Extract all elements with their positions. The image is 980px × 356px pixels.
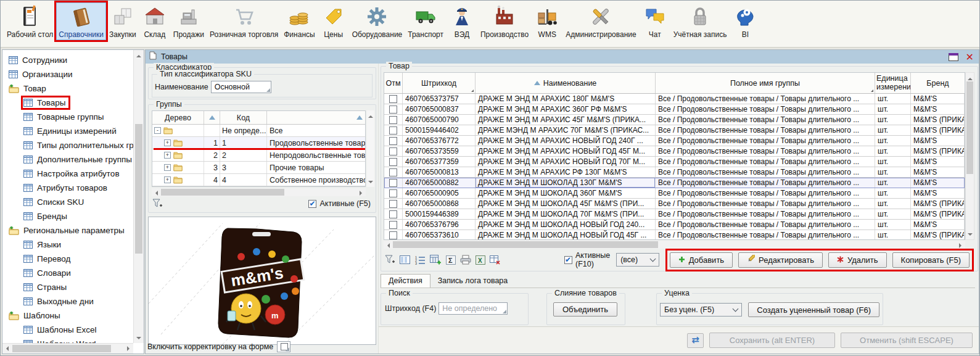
toolbar-item-equipment[interactable]: Оборудование bbox=[350, 2, 405, 40]
products-horizontal-scrollbar[interactable] bbox=[384, 241, 965, 249]
sidebar-item[interactable]: Товарные группы bbox=[6, 110, 133, 124]
row-checkbox[interactable] bbox=[389, 189, 397, 197]
active-f10-checkbox[interactable] bbox=[564, 256, 572, 264]
toolbar-item-purchases[interactable]: Закупки bbox=[107, 2, 139, 40]
groups-vertical-scrollbar[interactable] bbox=[367, 110, 374, 187]
table-row[interactable]: 4607065000905 ДРАЖЕ М ЭНД М ШОКОЛАД 360Г… bbox=[384, 188, 965, 199]
tab-actions[interactable]: Действия bbox=[381, 274, 430, 288]
sidebar-item[interactable]: Шаблоны Excel bbox=[6, 323, 133, 337]
create-markdown-product-button[interactable]: Создать уцененный товар (F6) bbox=[748, 302, 879, 317]
close-icon[interactable]: ✕ bbox=[966, 53, 974, 61]
filter-icon[interactable] bbox=[385, 255, 395, 265]
add-calculation-icon[interactable] bbox=[430, 255, 442, 265]
row-checkbox[interactable] bbox=[389, 231, 397, 239]
toolbar-item-customs[interactable]: ВЭД bbox=[447, 2, 477, 40]
scrollbar-thumb[interactable] bbox=[161, 189, 284, 196]
sidebar-item[interactable]: Сотрудники bbox=[6, 53, 133, 67]
sum-icon[interactable]: Σ bbox=[446, 255, 456, 265]
scroll-left-arrow[interactable] bbox=[153, 191, 158, 196]
column-header-name[interactable]: Наименование bbox=[476, 73, 656, 93]
table-row[interactable]: 4607065000790 ДРАЖЕ М ЭНД М АРАХИС 45Г M… bbox=[384, 115, 965, 125]
document-tab-title[interactable]: Товары bbox=[161, 52, 187, 61]
scroll-up-arrow[interactable] bbox=[136, 52, 141, 57]
filter-icon[interactable] bbox=[152, 199, 163, 209]
row-checkbox[interactable] bbox=[389, 95, 397, 103]
table-row[interactable]: 4607065000813 ДРАЖЕ М ЭНД М АРАХИС РФ 13… bbox=[384, 167, 965, 178]
table-row[interactable]: 5000159446402 ДРАЖЕ МЭНД М АРАХИС 70Г M&… bbox=[384, 125, 965, 136]
row-checkbox[interactable] bbox=[389, 221, 397, 229]
row-checkbox[interactable] bbox=[389, 158, 397, 166]
row-checkbox[interactable] bbox=[389, 168, 397, 176]
reset-table-icon[interactable] bbox=[490, 255, 501, 265]
sidebar-vertical-scrollbar[interactable] bbox=[133, 50, 144, 343]
column-header-barcode[interactable]: Штрихкод bbox=[403, 73, 476, 93]
toolbar-item-prices[interactable]: Цены bbox=[318, 2, 349, 40]
row-checkbox[interactable] bbox=[389, 137, 397, 145]
numbered-list-icon[interactable]: 123 bbox=[415, 255, 426, 265]
sidebar-item[interactable]: Списки SKU bbox=[6, 195, 133, 209]
row-checkbox[interactable] bbox=[389, 106, 397, 114]
table-row[interactable]: 5000159446389 ДРАЖЕ М ЭНД М ШОКОЛАД 70Г … bbox=[384, 209, 965, 220]
toolbar-item-chat[interactable]: Чат bbox=[640, 2, 670, 40]
group-row[interactable]: + 1 1 Продовольственные товары bbox=[152, 137, 365, 149]
toolbar-item-retail[interactable]: Розничная торговля bbox=[207, 2, 281, 40]
toolbar-item-production[interactable]: Производство bbox=[478, 2, 531, 40]
sidebar-item[interactable]: Организации bbox=[6, 67, 133, 81]
table-row[interactable]: 4607065376796 ДРАЖЕ М ЭНД М ШОКОЛАД НОВЫ… bbox=[384, 220, 965, 230]
scroll-down-arrow[interactable] bbox=[968, 233, 973, 238]
column-header-code[interactable]: Код bbox=[220, 111, 267, 124]
group-row[interactable]: + 3 3 Прочие товары bbox=[152, 162, 365, 174]
tree-expander-icon[interactable]: + bbox=[164, 176, 171, 183]
groups-horizontal-scrollbar[interactable] bbox=[152, 188, 366, 196]
sidebar-horizontal-scrollbar[interactable] bbox=[2, 343, 133, 354]
active-f5-checkbox[interactable] bbox=[308, 200, 316, 208]
sidebar-item[interactable]: Типы дополнительных груп bbox=[6, 138, 133, 152]
tree-expander-icon[interactable]: + bbox=[164, 164, 171, 171]
table-row[interactable]: 4607065373757 ДРАЖЕ М ЭНД М АРАХИС 180Г … bbox=[384, 94, 965, 104]
scroll-down-arrow[interactable] bbox=[368, 181, 373, 186]
row-checkbox[interactable] bbox=[389, 147, 397, 155]
sidebar-item[interactable]: Товары bbox=[6, 96, 133, 110]
scroll-up-arrow[interactable] bbox=[968, 75, 973, 80]
scroll-right-arrow[interactable] bbox=[127, 346, 132, 351]
sidebar-item[interactable]: Единицы измерений bbox=[6, 124, 133, 138]
toolbar-item-finance[interactable]: Финансы bbox=[281, 2, 317, 40]
tree-expander-icon[interactable]: + bbox=[164, 152, 171, 159]
sidebar-item[interactable]: Перевод bbox=[6, 252, 133, 266]
scrollbar-thumb[interactable] bbox=[966, 81, 973, 174]
column-chooser-icon[interactable] bbox=[400, 255, 411, 265]
barcode-search-input[interactable]: Не определено bbox=[439, 302, 508, 315]
print-icon[interactable] bbox=[460, 255, 471, 265]
table-row[interactable]: 4607065000837 ДРАЖЕ М ЭНД М АРАХИС 360Г … bbox=[384, 104, 965, 115]
save-button[interactable]: Сохранить (alt ENTER) bbox=[709, 333, 835, 348]
toolbar-item-transport[interactable]: Транспорт bbox=[405, 2, 446, 40]
sidebar-item[interactable]: Шаблоны bbox=[6, 308, 133, 323]
toolbar-item-administration[interactable]: Администрирование bbox=[563, 2, 638, 40]
row-checkbox[interactable] bbox=[389, 200, 397, 208]
column-header-full-group[interactable]: Полное имя группы bbox=[656, 73, 875, 93]
scrollbar-thumb[interactable] bbox=[12, 345, 111, 352]
toolbar-item-account[interactable]: Учётная запись bbox=[671, 2, 730, 40]
excel-export-icon[interactable]: X bbox=[476, 255, 485, 265]
table-row[interactable]: 4607065000882 ДРАЖЕ М ЭНД М ШОКОЛАД 130Г… bbox=[384, 178, 965, 188]
column-header-brand[interactable]: Бренд bbox=[911, 73, 965, 93]
sidebar-item[interactable]: Языки bbox=[6, 238, 133, 252]
toolbar-item-references[interactable]: Справочники bbox=[56, 2, 106, 40]
markdown-dropdown[interactable]: Без уцен. (F5) bbox=[660, 303, 742, 317]
sync-button[interactable]: ⇄ bbox=[687, 333, 704, 348]
toolbar-item-desktop[interactable]: Рабочий стол bbox=[4, 2, 56, 40]
column-header-mark[interactable]: Отм bbox=[384, 73, 403, 93]
add-button[interactable]: Добавить bbox=[670, 252, 733, 268]
sidebar-item[interactable]: Страны bbox=[6, 280, 133, 294]
group-row[interactable]: + 2 2 Непродовольственные товар bbox=[152, 149, 365, 162]
classifier-name-combo[interactable]: Основной bbox=[211, 81, 271, 93]
scroll-down-arrow[interactable] bbox=[136, 337, 141, 342]
table-row[interactable]: 4607065373559 ДРАЖЕ М ЭНД М АРАХИС НОВЫЙ… bbox=[384, 146, 965, 157]
row-checkbox[interactable] bbox=[389, 116, 397, 124]
table-row[interactable]: 4607065376772 ДРАЖЕ М ЭНД М АРАХИС НОВЫЙ… bbox=[384, 136, 965, 146]
sidebar-item[interactable]: Региональные параметры bbox=[6, 223, 133, 238]
restore-window-icon[interactable] bbox=[949, 53, 958, 61]
tree-expander-icon[interactable]: - bbox=[154, 127, 161, 134]
sidebar-item[interactable]: Товар bbox=[6, 81, 133, 96]
copy-button[interactable]: Копировать (F5) bbox=[892, 252, 970, 268]
